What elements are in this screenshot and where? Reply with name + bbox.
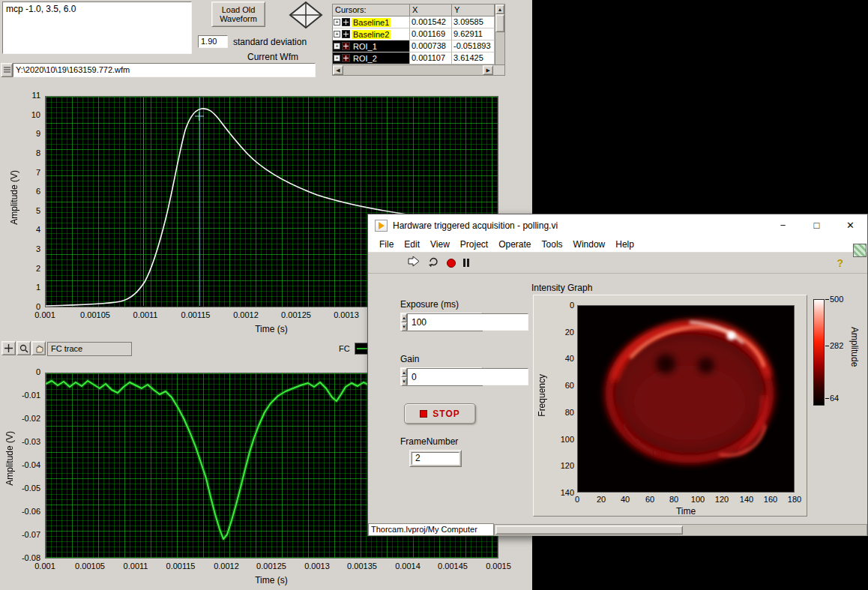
- y-tick-label: 1: [21, 283, 40, 292]
- intensity-y-axis-label: Frequency: [537, 374, 547, 417]
- scroll-up-icon[interactable]: ▲: [495, 4, 504, 14]
- pause-button-icon[interactable]: [463, 259, 469, 267]
- zoom-tool-icon[interactable]: [16, 341, 31, 355]
- run-button-icon[interactable]: [407, 256, 420, 270]
- path-browse-icon[interactable]: [1, 63, 13, 77]
- run-continuous-icon[interactable]: [427, 256, 439, 270]
- menu-view[interactable]: View: [425, 239, 455, 250]
- x-tick-label: 0.00145: [438, 562, 468, 571]
- menu-help[interactable]: Help: [610, 239, 639, 250]
- y-tick-label: 5: [21, 206, 40, 216]
- cursor-row-roi1[interactable]: + ROI_1 0.000738 -0.051893: [333, 40, 495, 52]
- window-title: Hardware triggered acquisition - polling…: [393, 220, 558, 231]
- x-tick-label: 0: [575, 495, 579, 504]
- scrollbar-thumb[interactable]: [495, 526, 683, 535]
- color-ramp[interactable]: [813, 299, 825, 406]
- help-icon[interactable]: ?: [837, 257, 843, 269]
- menu-tools[interactable]: Tools: [537, 239, 568, 250]
- menu-file[interactable]: File: [374, 239, 399, 250]
- scroll-left-icon[interactable]: ◀: [333, 65, 343, 75]
- cursor-row-baseline2[interactable]: + Baseline2 0.001169 9.62911: [333, 28, 495, 40]
- cursor-y-value: -0.051893: [452, 40, 495, 52]
- waveform-path-control[interactable]: Y:\2020\10\19\163159.772.wfm: [1, 63, 316, 77]
- y-tick-label: 10: [21, 110, 40, 120]
- crosshair-icon[interactable]: [342, 30, 350, 38]
- intensity-graph-title: Intensity Graph: [531, 283, 592, 293]
- y-tick-label: 3: [21, 244, 40, 254]
- cursor-x-value: 0.001542: [410, 16, 452, 28]
- y-tick-label: -0.04: [15, 460, 40, 470]
- exposure-input[interactable]: [408, 314, 528, 330]
- x-tick-label: 40: [621, 495, 630, 504]
- ramp-max-label: 500: [825, 295, 843, 304]
- x-tick-label: 120: [715, 495, 729, 504]
- menu-operate[interactable]: Operate: [493, 239, 536, 250]
- y-tick-label: 20: [553, 328, 574, 337]
- x-tick-label: 0.0011: [133, 310, 158, 319]
- scroll-right-icon[interactable]: ▶: [483, 65, 493, 75]
- y-tick-label: -0.05: [15, 484, 40, 493]
- y-tick-label: 80: [553, 408, 574, 418]
- menu-window[interactable]: Window: [568, 239, 611, 250]
- cursor-name: Baseline2: [352, 30, 391, 39]
- titlebar[interactable]: Hardware triggered acquisition - polling…: [368, 214, 867, 236]
- expand-icon[interactable]: +: [334, 19, 340, 25]
- y-tick-label: 0: [15, 367, 40, 377]
- decrement-icon[interactable]: ▼: [401, 322, 407, 331]
- ramp-axis-label: Amplitude: [849, 327, 860, 367]
- legend-vertical-scrollbar[interactable]: ▲: [495, 4, 504, 64]
- stop-button[interactable]: STOP: [404, 403, 476, 424]
- load-old-waveform-button[interactable]: Load Old Waveform: [211, 1, 265, 27]
- x-tick-label: 140: [740, 495, 753, 504]
- expand-icon[interactable]: +: [334, 31, 340, 37]
- maximize-button[interactable]: □: [800, 214, 834, 236]
- std-dev-value[interactable]: 1.90: [198, 35, 228, 48]
- pan-hand-tool-icon[interactable]: [31, 341, 46, 355]
- close-button[interactable]: ✕: [834, 214, 867, 236]
- x-tick-label: 0.0012: [214, 562, 239, 571]
- path-value[interactable]: Y:\2020\10\19\163159.772.wfm: [13, 63, 316, 77]
- note-string-control[interactable]: mcp -1.0, 3.5, 6.0: [2, 1, 192, 54]
- increment-icon[interactable]: ▲: [401, 313, 407, 322]
- acquisition-window: Hardware triggered acquisition - polling…: [367, 214, 868, 536]
- screen: mcp -1.0, 3.5, 6.0 Load Old Waveform 1.9…: [0, 0, 868, 590]
- graph2-title-box: FC trace: [47, 342, 132, 356]
- legend-header-cursors: Cursors:: [333, 4, 410, 16]
- x-tick-label: 20: [597, 495, 606, 504]
- cursor-y-value: 9.62911: [452, 28, 495, 40]
- y-tick-label: 11: [21, 91, 40, 100]
- window-horizontal-scrollbar[interactable]: [494, 524, 867, 536]
- cursor-row-baseline1[interactable]: + Baseline1 0.001542 3.09585: [333, 16, 495, 28]
- cursor-row-roi2[interactable]: + ROI_2 0.001107 3.61425: [333, 52, 495, 64]
- ramp-min-label: 64: [825, 394, 839, 403]
- exposure-label: Exposure (ms): [400, 299, 459, 310]
- y-tick-label: 6: [21, 187, 40, 196]
- graph2-y-axis-label: Amplitude (V): [4, 431, 15, 486]
- y-tick-label: 120: [553, 461, 574, 471]
- increment-icon[interactable]: ▲: [401, 368, 407, 377]
- gain-input[interactable]: [408, 369, 528, 385]
- intensity-plot-area[interactable]: [577, 305, 795, 493]
- menu-edit[interactable]: Edit: [399, 239, 425, 250]
- ramp-tick: [825, 398, 829, 399]
- crosshair-icon[interactable]: [342, 54, 350, 62]
- expand-icon[interactable]: +: [334, 55, 340, 61]
- diamond-icon[interactable]: [289, 1, 323, 32]
- x-tick-label: 0.00125: [281, 310, 311, 319]
- expand-icon[interactable]: +: [334, 43, 340, 49]
- legend-horizontal-scrollbar[interactable]: ◀ ▶: [333, 64, 493, 75]
- labview-vi-icon: [375, 220, 388, 232]
- cursor-x-value: 0.000738: [410, 40, 452, 52]
- crosshair-icon[interactable]: [342, 42, 350, 50]
- cursor-move-tool-icon[interactable]: [1, 341, 16, 355]
- minimize-button[interactable]: −: [766, 214, 800, 236]
- y-tick-label: 0: [553, 301, 574, 310]
- menu-project[interactable]: Project: [455, 239, 493, 250]
- abort-button-icon[interactable]: [447, 259, 456, 268]
- legend-header-row: Cursors: X Y: [333, 4, 495, 16]
- decrement-icon[interactable]: ▼: [401, 377, 407, 386]
- project-context-tab[interactable]: Thorcam.lvproj/My Computer: [368, 523, 494, 536]
- cursor-y-value: 3.61425: [452, 52, 495, 64]
- scrollbar-thumb[interactable]: [495, 14, 504, 32]
- crosshair-icon[interactable]: [342, 18, 350, 26]
